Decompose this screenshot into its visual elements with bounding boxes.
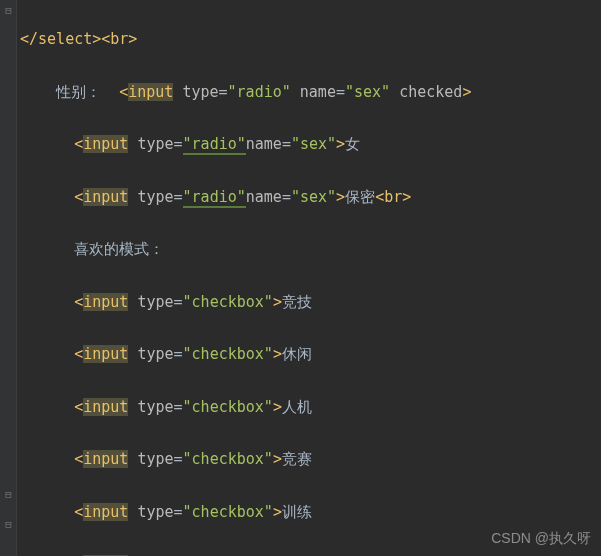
tag-close: >	[273, 398, 282, 416]
attr-name: type	[137, 503, 173, 521]
tag-input: input	[83, 345, 128, 363]
attr-value: "radio"	[183, 135, 246, 155]
tag-open: <	[74, 345, 83, 363]
fold-icon[interactable]: ⊟	[4, 520, 13, 529]
attr-value: "checkbox"	[183, 293, 273, 311]
fold-icon[interactable]: ⊟	[4, 6, 13, 15]
attr-name: checked	[399, 83, 462, 101]
attr-name: name	[246, 188, 282, 206]
code-line[interactable]: <input type="radio"name="sex">女	[20, 131, 601, 157]
tag-close: >	[462, 83, 471, 101]
text: 训练	[282, 503, 312, 521]
br-tag: <br>	[375, 188, 411, 206]
attr-name: type	[137, 345, 173, 363]
text: 休闲	[282, 345, 312, 363]
code-line[interactable]: <input type="checkbox">训练	[20, 499, 601, 525]
code-line[interactable]: <input type="radio"name="sex">保密<br>	[20, 184, 601, 210]
tag-input: input	[83, 293, 128, 311]
tag: </select>	[20, 30, 101, 48]
attr-value: "radio"	[183, 188, 246, 208]
text: 人机	[282, 398, 312, 416]
code-line[interactable]: </select><br>	[20, 26, 601, 52]
fold-icon[interactable]: ⊟	[4, 490, 13, 499]
code-line[interactable]: <input type="checkbox">跑酷	[20, 551, 601, 556]
text: 竞赛	[282, 450, 312, 468]
code-editor[interactable]: </select><br> 性别： <input type="radio" na…	[0, 0, 601, 556]
tag-open: <	[74, 135, 83, 153]
attr-name: type	[137, 135, 173, 153]
attr-name: name	[300, 83, 336, 101]
tag-open: <	[74, 450, 83, 468]
tag-close: >	[273, 503, 282, 521]
tag-open: <	[74, 398, 83, 416]
editor-gutter: ⊟ ⊟ ⊟	[0, 0, 17, 556]
attr-value: "checkbox"	[183, 398, 273, 416]
code-line[interactable]: <input type="checkbox">人机	[20, 394, 601, 420]
tag-input: input	[83, 135, 128, 153]
attr-name: type	[182, 83, 218, 101]
attr-name: name	[246, 135, 282, 153]
tag-close: >	[336, 188, 345, 206]
tag-close: >	[336, 135, 345, 153]
tag-close: >	[273, 345, 282, 363]
text: 性别：	[56, 83, 119, 101]
tag-open: <	[74, 188, 83, 206]
tag-input: input	[83, 398, 128, 416]
br-tag: <br>	[101, 30, 137, 48]
attr-name: type	[137, 398, 173, 416]
text: 喜欢的模式：	[74, 240, 164, 258]
code-line[interactable]: <input type="checkbox">竞赛	[20, 446, 601, 472]
tag-input: input	[83, 188, 128, 206]
attr-value: "checkbox"	[183, 503, 273, 521]
text: 保密	[345, 188, 375, 206]
attr-name: type	[137, 293, 173, 311]
tag-open: <	[74, 293, 83, 311]
attr-value: "sex"	[345, 83, 390, 101]
text: 竞技	[282, 293, 312, 311]
attr-value: "checkbox"	[183, 450, 273, 468]
tag-open: <	[74, 503, 83, 521]
tag-close: >	[273, 450, 282, 468]
tag-close: >	[273, 293, 282, 311]
text: 女	[345, 135, 360, 153]
watermark: CSDN @执久呀	[491, 526, 591, 551]
tag-open: <	[119, 83, 128, 101]
attr-name: type	[137, 450, 173, 468]
tag-input: input	[128, 83, 173, 101]
code-line[interactable]: <input type="checkbox">竞技	[20, 289, 601, 315]
code-line[interactable]: 喜欢的模式：	[20, 236, 601, 262]
tag-input: input	[83, 450, 128, 468]
attr-value: "sex"	[291, 188, 336, 206]
attr-value: "checkbox"	[183, 345, 273, 363]
attr-value: "radio"	[228, 83, 291, 101]
code-line[interactable]: <input type="checkbox">休闲	[20, 341, 601, 367]
attr-value: "sex"	[291, 135, 336, 153]
tag-input: input	[83, 503, 128, 521]
code-line[interactable]: 性别： <input type="radio" name="sex" check…	[20, 79, 601, 105]
attr-name: type	[137, 188, 173, 206]
